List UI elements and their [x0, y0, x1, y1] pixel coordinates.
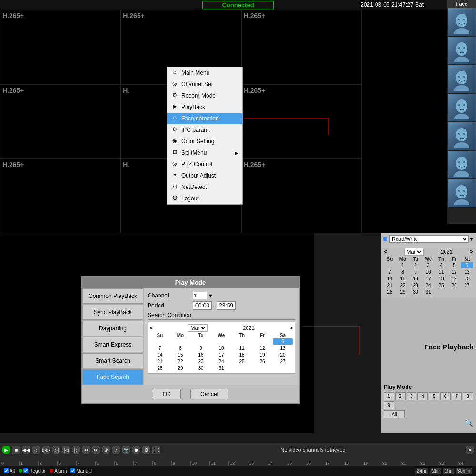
next-frame-button[interactable]: ▷| — [52, 446, 60, 454]
read-write-select[interactable]: Read/Write — [389, 235, 469, 243]
cal-day-9[interactable]: 9 — [191, 345, 211, 351]
rcal-8[interactable]: 8 — [397, 269, 409, 275]
rcal-29[interactable]: 29 — [397, 289, 409, 295]
cal-day-26[interactable]: 26 — [252, 358, 272, 365]
menu-item-main-menu[interactable]: ⌂ Main Menu — [167, 67, 242, 79]
sidebar-smart-search[interactable]: Smart Search — [82, 353, 143, 368]
tl-all-checkbox[interactable] — [4, 468, 9, 473]
sidebar-dayparting[interactable]: Dayparting — [82, 321, 143, 336]
cal-day-30[interactable]: 30 — [191, 365, 211, 371]
cal-day-10[interactable]: 10 — [211, 345, 231, 351]
step-back-button[interactable]: |◁ — [62, 446, 70, 454]
right-cal-next[interactable]: > — [470, 248, 473, 255]
cal-day-6[interactable]: 6 — [273, 338, 293, 345]
menu-item-face-detection[interactable]: ☺ Face detection — [167, 113, 242, 124]
rcal-26[interactable]: 26 — [448, 282, 460, 288]
pm-all-btn[interactable]: All — [384, 410, 405, 418]
cal-day-22[interactable]: 22 — [170, 358, 190, 365]
rcal-2[interactable]: 2 — [409, 262, 422, 268]
rcal-9[interactable]: 9 — [409, 269, 422, 275]
stop-button[interactable]: ■ — [12, 446, 20, 454]
pm-num-8[interactable]: 8 — [463, 392, 473, 400]
cal-month-select[interactable]: Mar — [188, 324, 208, 332]
rcal-15[interactable]: 15 — [397, 276, 409, 282]
cal-day-15[interactable]: 15 — [170, 352, 190, 358]
cal-next-btn[interactable]: > — [290, 325, 293, 331]
zoom-button[interactable]: ⊕ — [102, 446, 110, 454]
rcal-6[interactable]: 6 — [461, 262, 473, 268]
right-cal-month-select[interactable]: Mar — [404, 248, 424, 256]
cal-day-23[interactable]: 23 — [191, 358, 211, 365]
rcal-7[interactable]: 7 — [384, 269, 396, 275]
menu-item-netdetect[interactable]: ⊙ NetDetect — [167, 181, 242, 193]
cal-day-28[interactable]: 28 — [150, 365, 170, 371]
skip-back-button[interactable]: ⏮ — [82, 446, 90, 454]
rcal-27[interactable]: 27 — [461, 282, 473, 288]
cal-day-8[interactable]: 8 — [170, 345, 190, 351]
cal-day-12[interactable]: 12 — [252, 345, 272, 351]
cal-day-29[interactable]: 29 — [170, 365, 190, 371]
audio-button[interactable]: ♪ — [112, 446, 120, 454]
pm-num-7[interactable]: 7 — [452, 392, 462, 400]
rcal-14[interactable]: 14 — [384, 276, 396, 282]
tl-1hr-btn[interactable]: 1hr — [443, 468, 453, 474]
sidebar-sync-playback[interactable]: Sync PlayBack — [82, 305, 143, 320]
pm-search-icon[interactable]: 🔍 — [465, 419, 473, 427]
play-button[interactable]: ▶ — [2, 446, 10, 454]
cal-day-27[interactable]: 27 — [273, 358, 293, 365]
channel-dropdown-arrow[interactable]: ▼ — [208, 293, 213, 298]
slow-button[interactable]: ◁ — [32, 446, 40, 454]
cal-day-25[interactable]: 25 — [232, 358, 252, 365]
snapshot-button[interactable]: 📷 — [122, 446, 130, 454]
pm-num-4[interactable]: 4 — [417, 392, 428, 400]
sidebar-face-search[interactable]: Face Search — [82, 369, 143, 385]
menu-item-color-setting[interactable]: ◉ Color Setting — [167, 136, 242, 147]
rw-dropdown-icon[interactable]: ▼ — [469, 236, 474, 242]
pm-num-9[interactable]: 9 — [384, 401, 394, 409]
channel-input[interactable] — [193, 292, 207, 299]
cal-day-18[interactable]: 18 — [232, 352, 252, 358]
pm-num-2[interactable]: 2 — [395, 392, 406, 400]
cal-prev-btn[interactable]: < — [150, 325, 153, 331]
tl-manual-checkbox[interactable] — [70, 468, 75, 473]
rcal-13[interactable]: 13 — [461, 269, 473, 275]
rcal-18[interactable]: 18 — [435, 276, 447, 282]
tl-regular-checkbox[interactable] — [23, 468, 28, 473]
rcal-23[interactable]: 23 — [409, 282, 422, 288]
fast-forward-button[interactable]: ▷▷ — [42, 446, 50, 454]
cal-day-13[interactable]: 13 — [273, 345, 293, 351]
menu-item-ipc-param[interactable]: ⚙ IPC param. — [167, 124, 242, 136]
ok-button[interactable]: OK — [153, 389, 181, 399]
pm-num-1[interactable]: 1 — [384, 392, 394, 400]
rcal-24[interactable]: 24 — [422, 282, 435, 288]
sidebar-smart-express[interactable]: Smart Express — [82, 337, 143, 352]
step-fwd-button[interactable]: |▷ — [72, 446, 80, 454]
rcal-11[interactable]: 11 — [435, 269, 447, 275]
rcal-4[interactable]: 4 — [435, 262, 447, 268]
fullscreen-button[interactable]: ⛶ — [152, 446, 160, 454]
sidebar-common-playback[interactable]: Common PlayBack — [82, 288, 143, 304]
cal-day-16[interactable]: 16 — [191, 352, 211, 358]
rcal-12[interactable]: 12 — [448, 269, 460, 275]
rcal-10[interactable]: 10 — [422, 269, 435, 275]
tl-2hr-btn[interactable]: 2hr — [430, 468, 441, 474]
pm-num-3[interactable]: 3 — [407, 392, 417, 400]
menu-item-record-mode[interactable]: ⚙ Record Mode — [167, 90, 242, 101]
cal-day-21[interactable]: 21 — [150, 358, 170, 365]
right-cal-prev[interactable]: < — [384, 248, 387, 255]
cal-day-20[interactable]: 20 — [273, 352, 293, 358]
rcal-21[interactable]: 21 — [384, 282, 396, 288]
cal-day-24[interactable]: 24 — [211, 358, 231, 365]
period-end[interactable] — [217, 301, 236, 310]
cal-day-31[interactable]: 31 — [211, 365, 231, 371]
rcal-31[interactable]: 31 — [422, 289, 435, 295]
pm-num-5[interactable]: 5 — [429, 392, 439, 400]
rcal-19[interactable]: 19 — [448, 276, 460, 282]
settings2-button[interactable]: ⚙ — [142, 446, 150, 454]
menu-item-playback[interactable]: ▶ PlayBack — [167, 101, 242, 113]
cancel-button[interactable]: Cancel — [190, 389, 228, 399]
rcal-16[interactable]: 16 — [409, 276, 422, 282]
pm-num-6[interactable]: 6 — [440, 392, 451, 400]
cal-day-19[interactable]: 19 — [252, 352, 272, 358]
tl-30min-btn[interactable]: 30min — [456, 468, 472, 474]
